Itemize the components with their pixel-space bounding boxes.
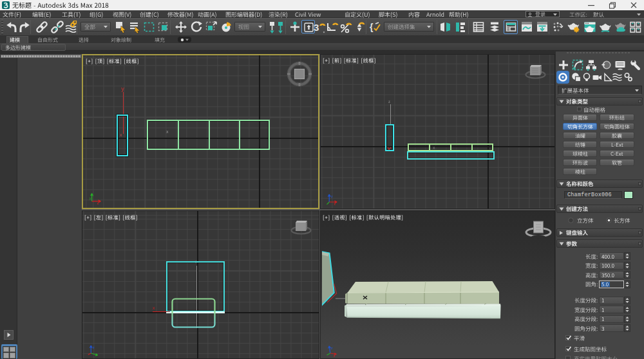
svg-text:x: x — [334, 202, 336, 206]
svg-text:y: y — [121, 86, 124, 92]
svg-text:x: x — [97, 201, 99, 205]
svg-text:{: { — [370, 22, 374, 32]
svg-text:x: x — [333, 354, 335, 357]
svg-text:3: 3 — [314, 22, 319, 33]
svg-text:z: z — [331, 346, 333, 350]
svg-text:z: z — [93, 345, 95, 349]
svg-text:y: y — [90, 196, 91, 200]
svg-text:y: y — [331, 194, 333, 198]
